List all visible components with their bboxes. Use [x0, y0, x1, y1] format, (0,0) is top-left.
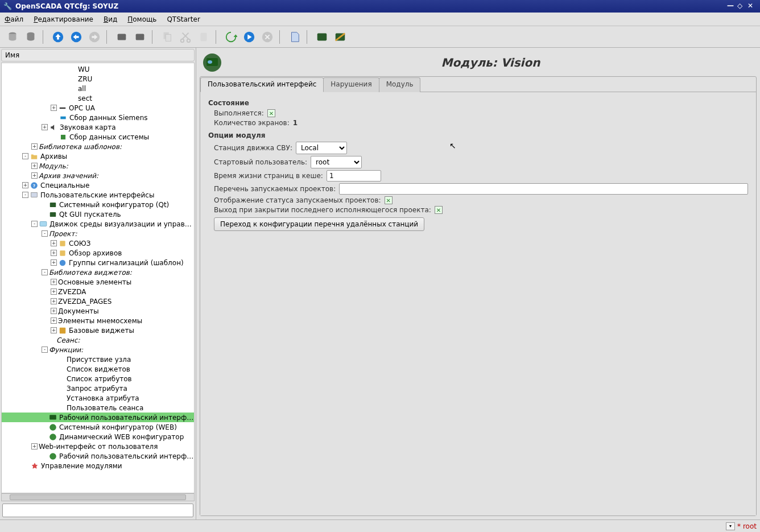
copy-icon[interactable] — [159, 29, 175, 45]
tree-item[interactable]: +Обзор архивов — [2, 248, 194, 258]
tree-item[interactable]: +Основные элементы — [2, 277, 194, 287]
status-combo[interactable]: ▾ — [726, 522, 735, 530]
tab-module[interactable]: Модуль — [379, 77, 421, 92]
tree-expander[interactable]: - — [42, 230, 48, 237]
tree-expander[interactable]: + — [31, 172, 38, 179]
status-user[interactable]: root — [743, 522, 757, 530]
tree-expander[interactable]: + — [51, 327, 57, 333]
tree-item[interactable]: -Библиотека виджетов: — [2, 267, 194, 277]
paste-icon[interactable] — [196, 29, 212, 45]
tree-expander[interactable]: + — [31, 163, 38, 169]
menu-edit[interactable]: Редактирование — [34, 15, 93, 23]
tree-item[interactable]: Системный конфигуратор (Qt) — [2, 200, 194, 209]
station-select[interactable]: Local — [296, 142, 347, 154]
tree-item[interactable]: Рабочий пользовательский интерфейс — [2, 451, 194, 461]
menu-help[interactable]: Помощь — [127, 15, 156, 23]
menu-file[interactable]: Файл — [5, 15, 23, 23]
tree-expander[interactable]: + — [51, 105, 57, 111]
startuser-select[interactable]: root — [311, 156, 362, 168]
tree-expander[interactable]: + — [31, 443, 38, 449]
tree-expander[interactable]: + — [51, 259, 57, 266]
tab-user-interface[interactable]: Пользовательский интерфейс — [200, 77, 324, 92]
tree-expander[interactable]: + — [51, 288, 57, 295]
tree-item[interactable]: all — [2, 84, 194, 93]
tree-item[interactable]: +СОЮЗ — [2, 238, 194, 248]
db-load-icon[interactable] — [5, 29, 20, 45]
tree-item[interactable]: -Архивы — [2, 151, 194, 161]
tree-item[interactable]: +Web-интерфейс от пользователя — [2, 442, 194, 451]
tree-item[interactable]: Qt GUI пускатель — [2, 209, 194, 219]
run-icon[interactable] — [241, 29, 257, 45]
close-button[interactable]: ✕ — [747, 2, 757, 11]
tree[interactable]: WUZRUallsect+OPC UAСбор данных Siemens+З… — [1, 63, 195, 493]
tree-item[interactable]: +Элементы мнемосхемы — [2, 316, 194, 325]
tree-hscrollbar[interactable] — [1, 493, 195, 501]
nav-back-icon[interactable] — [68, 29, 84, 45]
stop-icon[interactable] — [259, 29, 275, 45]
tree-expander[interactable]: - — [42, 269, 48, 275]
tree-item[interactable]: +ZVEZDA — [2, 287, 194, 296]
remote-stations-button[interactable]: Переход к конфигурации перечня удалённых… — [214, 217, 424, 231]
status-display-checkbox[interactable]: ✕ — [385, 196, 393, 204]
vision-icon[interactable] — [332, 29, 348, 45]
tree-item[interactable]: ZRU — [2, 74, 194, 84]
tree-item[interactable]: -Движок среды визуализации и управления — [2, 219, 194, 229]
tree-item[interactable]: +Базовые виджеты — [2, 325, 194, 335]
tab-violations[interactable]: Нарушения — [323, 77, 379, 92]
tree-expander[interactable]: + — [51, 279, 57, 285]
tree-item[interactable]: +Группы сигнализаций (шаблон) — [2, 258, 194, 267]
tree-item[interactable]: Список атрибутов — [2, 374, 194, 383]
tree-item[interactable]: +Звуковая карта — [2, 122, 194, 132]
tree-item[interactable]: +Модуль: — [2, 161, 194, 171]
tree-item[interactable]: Управление модулями — [2, 461, 194, 471]
tree-item[interactable]: Сеанс: — [2, 335, 194, 345]
tree-expander[interactable]: + — [42, 124, 48, 130]
item-del-icon[interactable] — [132, 29, 148, 45]
exit-checkbox[interactable]: ✕ — [435, 206, 443, 214]
tree-expander[interactable]: + — [22, 182, 28, 188]
tree-expander[interactable]: + — [51, 298, 57, 304]
tree-expander[interactable]: + — [51, 250, 57, 256]
tree-expander[interactable]: - — [22, 192, 28, 198]
tree-expander[interactable]: + — [51, 308, 57, 314]
tree-item[interactable]: +Документы — [2, 306, 194, 316]
tree-item[interactable]: +ZVEZDA_PAGES — [2, 296, 194, 306]
tree-item[interactable]: +Библиотека шаблонов: — [2, 142, 194, 151]
tree-item[interactable]: Сбор данных Siemens — [2, 113, 194, 122]
tree-item[interactable]: Установка атрибута — [2, 393, 194, 403]
tree-expander[interactable]: - — [31, 221, 38, 227]
help-icon[interactable] — [287, 29, 303, 45]
tree-item[interactable]: Динамический WEB конфигуратор — [2, 432, 194, 442]
menu-qtstarter[interactable]: QTStarter — [167, 15, 200, 23]
tree-item[interactable]: sect — [2, 93, 194, 103]
tree-item[interactable]: -Пользовательские интерфейсы — [2, 190, 194, 200]
tree-item[interactable]: Сбор данных системы — [2, 132, 194, 142]
tree-expander[interactable]: + — [51, 240, 57, 246]
item-add-icon[interactable] — [114, 29, 130, 45]
tree-expander[interactable]: + — [51, 317, 57, 324]
refresh-icon[interactable] — [223, 29, 239, 45]
tree-expander[interactable]: + — [31, 143, 38, 150]
tree-expander[interactable]: - — [42, 347, 48, 353]
tree-item[interactable]: Рабочий пользовательский интерфейс — [2, 413, 194, 422]
tree-item[interactable]: Пользователь сеанса — [2, 403, 194, 413]
minimize-button[interactable]: — — [727, 2, 736, 11]
tree-item[interactable]: -Проект: — [2, 229, 194, 238]
tree-item[interactable]: Присутствие узла — [2, 354, 194, 364]
tree-item[interactable]: -Функции: — [2, 345, 194, 354]
cache-input[interactable] — [327, 170, 381, 182]
tree-item[interactable]: +?Специальные — [2, 180, 194, 190]
cut-icon[interactable] — [177, 29, 193, 45]
maximize-button[interactable]: ◇ — [737, 2, 746, 11]
tree-item[interactable]: +Архив значений: — [2, 171, 194, 180]
nav-forward-icon[interactable] — [86, 29, 102, 45]
tree-item[interactable]: Список виджетов — [2, 364, 194, 374]
tree-search-input[interactable] — [2, 504, 193, 517]
tree-item[interactable]: +OPC UA — [2, 103, 194, 113]
tree-expander[interactable]: - — [22, 153, 28, 159]
tree-item[interactable]: Запрос атрибута — [2, 383, 194, 393]
menu-view[interactable]: Вид — [104, 15, 117, 23]
projects-input[interactable] — [339, 183, 748, 195]
running-checkbox[interactable]: ✕ — [267, 109, 275, 117]
tree-item[interactable]: WU — [2, 64, 194, 74]
